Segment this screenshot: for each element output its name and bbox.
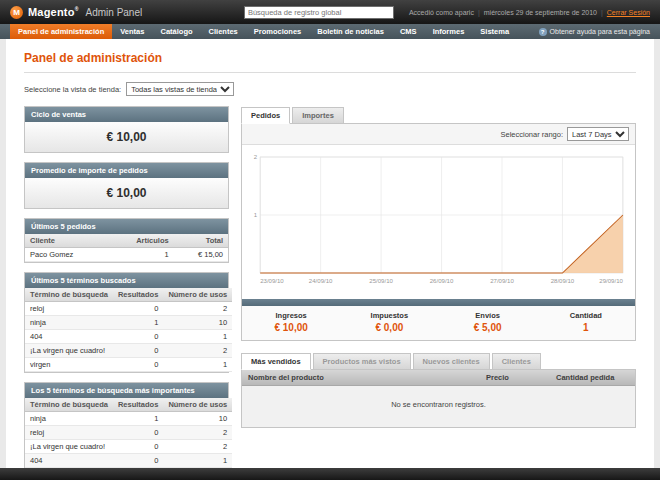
content-area: Panel de administración Seleccione la vi…: [6, 39, 654, 468]
table-cell: 0: [113, 358, 163, 372]
stat-shipping: Envíos € 5,00: [439, 311, 537, 333]
chart-tabs: Pedidos Importes: [241, 107, 636, 124]
tab-new-customers[interactable]: Nuevos clientes: [413, 353, 490, 370]
svg-text:27/09/10: 27/09/10: [490, 278, 514, 284]
separator: |: [601, 9, 603, 16]
column-header: Nombre del producto: [242, 370, 480, 385]
nav-item-customers[interactable]: Clientes: [201, 24, 246, 39]
nav-item-dashboard[interactable]: Panel de administración: [10, 24, 112, 39]
top-search-table: Término de búsqueda Resultados Número de…: [25, 398, 232, 468]
average-orders-panel: Promedio de importe de pedidos € 10,00: [24, 162, 229, 209]
column-header: Resultados: [113, 288, 163, 302]
column-header: Cliente: [25, 234, 108, 248]
column-header: Precio: [480, 370, 550, 385]
table-cell: 1: [163, 358, 232, 372]
table-cell: 0: [113, 302, 163, 316]
table-cell: 0: [113, 330, 163, 344]
svg-text:2: 2: [254, 154, 258, 160]
last-search-title: Últimos 5 términos buscados: [25, 273, 228, 288]
page-title: Panel de administración: [24, 47, 636, 73]
nav-item-system[interactable]: Sistema: [472, 24, 517, 39]
table-cell: 0: [113, 344, 163, 358]
tab-bestsellers[interactable]: Más vendidos: [241, 353, 311, 370]
average-orders-title: Promedio de importe de pedidos: [25, 163, 228, 178]
stat-revenue: Ingresos € 10,00: [242, 311, 340, 333]
products-grid: Nombre del producto Precio Cantidad pedi…: [241, 369, 636, 428]
table-cell: 2: [163, 302, 232, 316]
table-cell: 0: [113, 426, 163, 440]
orders-chart-svg: 1223/09/1024/09/1025/09/1026/09/1027/09/…: [246, 149, 631, 299]
product-name: Admin Panel: [86, 7, 143, 18]
table-cell: 404: [25, 330, 113, 344]
trademark-mark: ®: [75, 6, 79, 12]
tab-orders[interactable]: Pedidos: [241, 107, 290, 124]
header-user-area: Accedió como aparic | miércoles 29 de se…: [409, 9, 650, 16]
totals-row: Ingresos € 10,00 Impuestos € 0,00 Envíos…: [242, 306, 635, 340]
tab-most-viewed[interactable]: Productos más vistos: [313, 353, 411, 370]
lifetime-sales-value: € 10,00: [25, 122, 228, 152]
table-cell: 404: [25, 454, 113, 468]
svg-text:25/09/10: 25/09/10: [369, 278, 393, 284]
store-view-select[interactable]: Todas las vistas de tienda: [126, 82, 234, 96]
current-date: miércoles 29 de septiembre de 2010: [484, 9, 597, 16]
tab-customers[interactable]: Clientes: [492, 353, 541, 370]
global-search-input[interactable]: [244, 6, 394, 19]
table-row: ¡La virgen que cuadro!02: [25, 440, 232, 454]
table-cell: € 15,00: [174, 248, 228, 262]
table-row: ninja110: [25, 412, 232, 426]
last-search-panel: Últimos 5 términos buscados Término de b…: [24, 272, 229, 373]
magento-logo-icon: M: [10, 6, 23, 19]
column-header: Número de usos: [163, 398, 232, 412]
average-orders-value: € 10,00: [25, 178, 228, 208]
chart-box: Seleccionar rango: Last 7 Days 1223/09/1…: [241, 123, 636, 341]
orders-chart: 1223/09/1024/09/1025/09/1026/09/1027/09/…: [242, 145, 635, 299]
top-header: M Magento® Admin Panel Accedió como apar…: [0, 0, 660, 24]
column-header: Resultados: [113, 398, 163, 412]
table-row: 40401: [25, 454, 232, 468]
dashboard-main-column: Pedidos Importes Seleccionar rango: Last…: [241, 106, 636, 428]
table-row: reloj02: [25, 426, 232, 440]
help-label: Obtener ayuda para esta página: [550, 28, 650, 35]
nav-item-newsletter[interactable]: Boletín de noticias: [309, 24, 392, 39]
svg-text:23/09/10: 23/09/10: [260, 278, 284, 284]
nav-item-sales[interactable]: Ventas: [112, 24, 152, 39]
table-row: virgen01: [25, 358, 232, 372]
logout-link[interactable]: Cerrar Sesión: [607, 9, 650, 16]
nav-item-cms[interactable]: CMS: [392, 24, 425, 39]
tab-amounts[interactable]: Importes: [292, 107, 344, 124]
table-cell: 1: [163, 330, 232, 344]
table-cell: ninja: [25, 316, 113, 330]
lifetime-sales-panel: Ciclo de ventas € 10,00: [24, 106, 229, 153]
column-header: Término de búsqueda: [25, 288, 113, 302]
table-cell: reloj: [25, 302, 113, 316]
column-header: Término de búsqueda: [25, 398, 113, 412]
table-cell: ninja: [25, 412, 113, 426]
table-cell: 2: [163, 426, 232, 440]
table-cell: virgen: [25, 358, 113, 372]
logged-in-as: Accedió como aparic: [409, 9, 474, 16]
table-cell: 2: [163, 440, 232, 454]
table-row: Paco Gomez1€ 15,00: [25, 248, 228, 262]
last-search-table: Término de búsqueda Resultados Número de…: [25, 288, 232, 372]
table-cell: Paco Gomez: [25, 248, 108, 262]
products-grid-header: Nombre del producto Precio Cantidad pedi…: [242, 370, 635, 386]
store-view-label: Seleccione la vista de tienda:: [24, 85, 121, 94]
nav-item-promotions[interactable]: Promociones: [246, 24, 310, 39]
table-cell: 0: [113, 440, 163, 454]
table-cell: 1: [113, 316, 163, 330]
table-row: ninja110: [25, 316, 232, 330]
stats-divider: [242, 299, 635, 306]
nav-item-catalog[interactable]: Catálogo: [152, 24, 200, 39]
separator: |: [478, 9, 480, 16]
top-search-title: Los 5 términos de búsqueda más important…: [25, 383, 228, 398]
help-icon: ?: [539, 28, 547, 36]
column-header: Cantidad pedida: [550, 370, 635, 385]
nav-item-reports[interactable]: Informes: [425, 24, 473, 39]
range-label: Seleccionar rango:: [500, 130, 563, 139]
column-header: Número de usos: [163, 288, 232, 302]
table-row: ¡La virgen que cuadro!02: [25, 344, 232, 358]
table-cell: ¡La virgen que cuadro!: [25, 344, 113, 358]
range-select[interactable]: Last 7 Days: [567, 127, 629, 141]
global-search: [244, 6, 394, 19]
help-link[interactable]: ? Obtener ayuda para esta página: [539, 24, 660, 39]
